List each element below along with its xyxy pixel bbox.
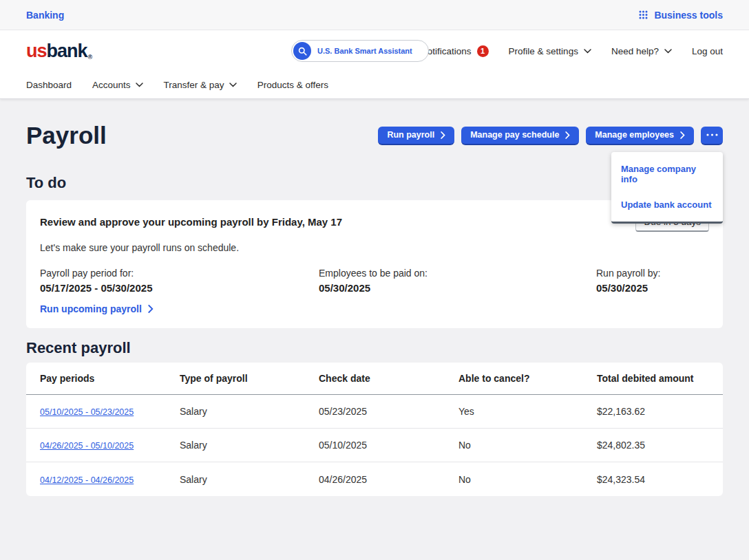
todo-field-pay-period: Payroll pay period for: 05/17/2025 - 05/… (40, 268, 319, 294)
chevron-right-icon (680, 131, 685, 139)
manage-employees-label: Manage employees (595, 130, 674, 140)
profile-settings-menu[interactable]: Profile & settings (509, 46, 591, 56)
pay-period-link[interactable]: 05/10/2025 - 05/23/2025 (40, 407, 134, 417)
nav-item-accounts[interactable]: Accounts (92, 80, 143, 90)
check-date-cell: 04/26/2025 (319, 474, 458, 485)
need-help-label: Need help? (611, 46, 659, 56)
pay-period-link[interactable]: 04/26/2025 - 05/10/2025 (40, 441, 134, 451)
column-header-pay-periods: Pay periods (40, 373, 180, 384)
todo-title: Review and approve your upcoming payroll… (40, 213, 342, 228)
top-utility-bar: Banking Business tools (0, 0, 749, 30)
nav-item-dashboard[interactable]: Dashboard (26, 80, 72, 90)
logo-us-text: us (26, 42, 47, 61)
banking-link[interactable]: Banking (26, 10, 64, 21)
column-header-type: Type of payroll (180, 373, 319, 384)
chevron-down-icon (136, 83, 143, 87)
smart-assistant-label: U.S. Bank Smart Assistant (317, 47, 412, 55)
check-date-cell: 05/10/2025 (319, 440, 458, 451)
recent-payroll-heading: Recent payroll (26, 339, 723, 357)
amount-cell: $24,802.35 (597, 440, 709, 451)
header-utility-links: Notifications 1 Profile & settings Need … (421, 45, 723, 57)
table-row: 04/12/2025 - 04/26/2025 Salary 04/26/202… (26, 462, 723, 496)
business-tools-link[interactable]: Business tools (639, 10, 723, 21)
nav-accounts-label: Accounts (92, 80, 131, 90)
notifications-link[interactable]: Notifications 1 (421, 45, 489, 57)
chevron-down-icon (584, 49, 591, 54)
payroll-actions: Run payroll Manage pay schedule Manage e… (378, 127, 723, 145)
chevron-right-icon (148, 305, 154, 313)
table-row: 04/26/2025 - 05/10/2025 Salary 05/10/202… (26, 429, 723, 462)
page-title-row: Payroll Run payroll Manage pay schedule … (26, 122, 723, 149)
table-header-row: Pay periods Type of payroll Check date A… (26, 363, 723, 395)
employees-paid-on-value: 05/30/2025 (319, 282, 596, 294)
main-content: Payroll Run payroll Manage pay schedule … (0, 99, 749, 496)
recent-payroll-table: Pay periods Type of payroll Check date A… (26, 363, 723, 496)
column-header-able-to-cancel: Able to cancel? (458, 373, 597, 384)
amount-cell: $22,163.62 (597, 406, 709, 417)
header: usbank® U.S. Bank Smart Assistant Notifi… (0, 30, 749, 72)
primary-nav: Dashboard Accounts Transfer & pay Produc… (0, 72, 749, 99)
notifications-badge: 1 (477, 45, 489, 57)
business-tools-label: Business tools (654, 10, 723, 21)
usbank-logo[interactable]: usbank® (26, 42, 92, 61)
nav-products-offers-label: Products & offers (257, 80, 328, 90)
log-out-label: Log out (692, 46, 723, 56)
nav-item-transfer-pay[interactable]: Transfer & pay (164, 80, 237, 90)
nav-dashboard-label: Dashboard (26, 80, 72, 90)
amount-cell: $24,323.54 (597, 474, 709, 485)
able-to-cancel-cell: No (458, 474, 597, 485)
ellipsis-icon (706, 133, 718, 136)
chevron-right-icon (565, 131, 570, 139)
run-upcoming-payroll-link[interactable]: Run upcoming payroll (40, 303, 154, 314)
nav-transfer-pay-label: Transfer & pay (164, 80, 224, 90)
run-payroll-by-value: 05/30/2025 (596, 282, 709, 294)
able-to-cancel-cell: No (458, 440, 597, 451)
todo-field-run-payroll-by: Run payroll by: 05/30/2025 (596, 268, 709, 294)
log-out-link[interactable]: Log out (692, 46, 723, 56)
pay-period-value: 05/17/2025 - 05/30/2025 (40, 282, 319, 294)
profile-settings-label: Profile & settings (509, 46, 578, 56)
more-actions-button[interactable] (701, 127, 723, 145)
todo-field-employees-paid-on: Employees to be paid on: 05/30/2025 (319, 268, 596, 294)
column-header-check-date: Check date (319, 373, 458, 384)
run-payroll-button[interactable]: Run payroll (378, 127, 454, 145)
table-row: 05/10/2025 - 05/23/2025 Salary 05/23/202… (26, 395, 723, 429)
logo-bank-text: bank (47, 42, 87, 61)
chevron-down-icon (664, 49, 672, 54)
column-header-total-debited: Total debited amount (597, 373, 709, 384)
nav-item-products-offers[interactable]: Products & offers (257, 80, 328, 90)
payroll-type-cell: Salary (180, 474, 319, 485)
pay-period-link[interactable]: 04/12/2025 - 04/26/2025 (40, 475, 134, 485)
employees-paid-on-label: Employees to be paid on: (319, 268, 596, 279)
check-date-cell: 05/23/2025 (319, 406, 458, 417)
todo-card-header: Review and approve your upcoming payroll… (40, 213, 709, 232)
run-payroll-label: Run payroll (387, 130, 434, 140)
menu-item-manage-company-info[interactable]: Manage company info (611, 156, 723, 192)
chevron-right-icon (441, 131, 445, 139)
payroll-page: Banking Business tools usbank® (0, 0, 749, 560)
chevron-down-icon (229, 83, 237, 87)
payroll-type-cell: Salary (180, 440, 319, 451)
need-help-menu[interactable]: Need help? (611, 46, 672, 56)
todo-details: Payroll pay period for: 05/17/2025 - 05/… (40, 268, 709, 294)
search-icon (293, 42, 311, 60)
able-to-cancel-cell: Yes (458, 406, 597, 417)
menu-item-update-bank-account[interactable]: Update bank account (611, 192, 723, 217)
manage-pay-schedule-button[interactable]: Manage pay schedule (461, 127, 579, 145)
run-upcoming-payroll-label: Run upcoming payroll (40, 303, 142, 314)
pay-period-label: Payroll pay period for: (40, 268, 319, 279)
logo-registered-mark: ® (88, 54, 93, 61)
manage-pay-schedule-label: Manage pay schedule (470, 130, 559, 140)
manage-employees-button[interactable]: Manage employees (586, 127, 694, 145)
payroll-type-cell: Salary (180, 406, 319, 417)
todo-subtitle: Let's make sure your payroll runs on sch… (40, 242, 709, 253)
grid-icon (639, 10, 648, 19)
page-title: Payroll (26, 122, 107, 149)
smart-assistant-search[interactable]: U.S. Bank Smart Assistant (291, 40, 429, 62)
run-payroll-by-label: Run payroll by: (596, 268, 709, 279)
more-actions-menu: Manage company info Update bank account (611, 152, 723, 224)
